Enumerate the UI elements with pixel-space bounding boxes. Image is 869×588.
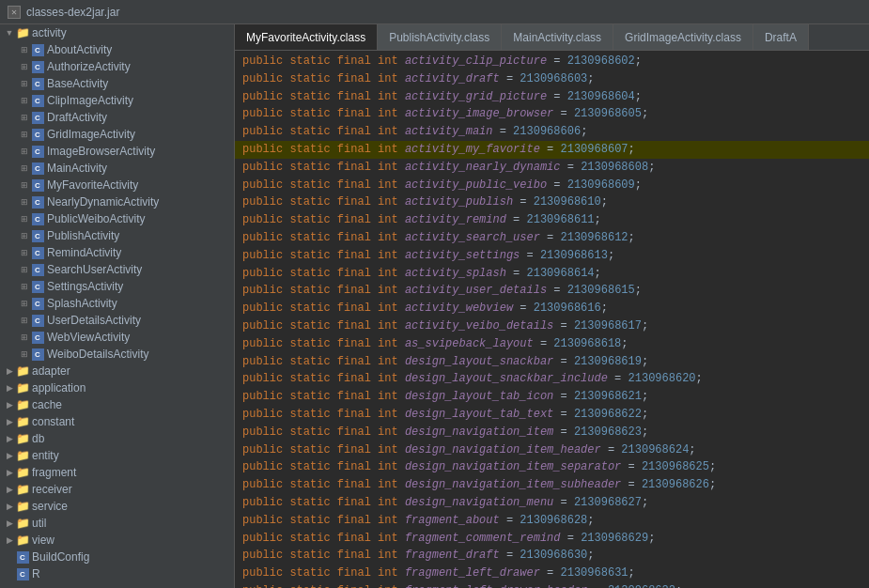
tree-label: AuthorizeActivity	[47, 60, 131, 73]
tree-label: WeiboDetailsActivity	[47, 348, 148, 361]
code-line: public static final int activity_public_…	[235, 177, 869, 194]
tab-bar: MyFavoriteActivity.class PublishActivity…	[235, 24, 869, 51]
expand-icon: ⊞	[19, 298, 30, 309]
class-icon: C	[30, 59, 45, 74]
tree-item-searchuseractivity[interactable]: ⊞ C SearchUserActivity	[0, 261, 234, 278]
tree-label: service	[32, 500, 68, 513]
class-icon: C	[30, 76, 45, 91]
tree-item-userdetailsactivity[interactable]: ⊞ C UserDetailsActivity	[0, 312, 234, 329]
tab-myfavorite[interactable]: MyFavoriteActivity.class	[235, 24, 378, 50]
tree-item-db[interactable]: ▶ 📁 db	[0, 430, 234, 447]
tree-label: RemindActivity	[47, 246, 121, 259]
tree-label: adapter	[32, 364, 70, 378]
code-line: public static final int fragment_left_dr…	[235, 582, 869, 588]
code-line: public static final int activity_webview…	[235, 300, 869, 317]
class-icon: C	[30, 211, 45, 226]
expand-icon: ▶	[4, 365, 15, 377]
tree-item-weibodetailsactivity[interactable]: ⊞ C WeiboDetailsActivity	[0, 346, 234, 363]
tree-item-activity[interactable]: ▼ 📁 activity	[0, 24, 234, 41]
class-icon: C	[30, 178, 45, 193]
tree-item-view[interactable]: ▶ 📁 view	[0, 532, 234, 549]
folder-icon: 📁	[15, 482, 30, 497]
tree-label: util	[32, 517, 46, 530]
code-line: public static final int activity_user_de…	[235, 282, 869, 300]
tree-label: MyFavoriteActivity	[47, 178, 138, 192]
tree-item-myfavoriteactivity[interactable]: ⊞ C MyFavoriteActivity	[0, 177, 234, 193]
tree-label: fragment	[32, 466, 76, 479]
tree-label: db	[32, 432, 44, 445]
expand-icon: ⊞	[19, 213, 30, 224]
tree-item-baseactivity[interactable]: ⊞ C BaseActivity	[0, 75, 234, 92]
folder-icon: 📁	[15, 533, 30, 548]
tree-item-application[interactable]: ▶ 📁 application	[0, 379, 234, 396]
tree-item-service[interactable]: ▶ 📁 service	[0, 498, 234, 515]
expand-icon: ▶	[4, 399, 15, 410]
expand-icon: ⊞	[19, 95, 30, 106]
tab-publish[interactable]: PublishActivity.class	[378, 24, 502, 50]
tree-label: SearchUserActivity	[47, 263, 142, 276]
tree-item-clipimageactivity[interactable]: ⊞ C ClipImageActivity	[0, 92, 234, 109]
code-line: public static final int activity_search_…	[235, 229, 869, 247]
tree-item-fragment[interactable]: ▶ 📁 fragment	[0, 464, 234, 481]
folder-icon: 📁	[15, 25, 30, 40]
tree-item-constant[interactable]: ▶ 📁 constant	[0, 413, 234, 430]
tree-item-aboutactivity[interactable]: ⊞ C AboutActivity	[0, 41, 234, 58]
tree-item-authorizeactivity[interactable]: ⊞ C AuthorizeActivity	[0, 58, 234, 75]
class-icon: C	[30, 228, 45, 243]
tree-item-r[interactable]: C R	[0, 565, 234, 582]
expand-icon: ⊞	[19, 129, 30, 140]
tree-label: constant	[32, 415, 74, 428]
expand-icon: ⊞	[19, 179, 30, 191]
tree-label: cache	[32, 398, 62, 411]
tree-item-adapter[interactable]: ▶ 📁 adapter	[0, 363, 234, 379]
tab-main[interactable]: MainActivity.class	[502, 24, 613, 50]
tree-label: PublicWeiboActivity	[47, 212, 145, 225]
expand-icon: ▶	[4, 534, 15, 546]
code-line: public static final int as_svipeback_lay…	[235, 335, 869, 353]
tree-label: SettingsActivity	[47, 280, 123, 293]
folder-icon: 📁	[15, 465, 30, 480]
expand-icon: ⊞	[19, 196, 30, 208]
expand-icon: ⊞	[19, 315, 30, 326]
code-line: public static final int fragment_about =…	[235, 512, 869, 530]
tree-item-mainactivity[interactable]: ⊞ C MainActivity	[0, 160, 234, 177]
tree-label: PublishActivity	[47, 229, 119, 242]
expand-icon	[4, 568, 15, 580]
tree-label: ImageBrowserActivity	[47, 145, 155, 158]
code-line: public static final int activity_image_b…	[235, 105, 869, 123]
code-line: public static final int design_navigatio…	[235, 494, 869, 512]
tree-item-publicweiboactivity[interactable]: ⊞ C PublicWeiboActivity	[0, 210, 234, 227]
code-line: public static final int design_navigatio…	[235, 441, 869, 459]
tree-item-receiver[interactable]: ▶ 📁 receiver	[0, 481, 234, 498]
code-line: public static final int design_layout_sn…	[235, 353, 869, 371]
tab-gridimage[interactable]: GridImageActivity.class	[613, 24, 753, 50]
tree-item-webviewactivity[interactable]: ⊞ C WebViewActivity	[0, 329, 234, 346]
tab-draft[interactable]: DraftA	[753, 24, 809, 50]
tree-label: GridImageActivity	[47, 128, 135, 141]
tree-item-publishactivity[interactable]: ⊞ C PublishActivity	[0, 227, 234, 244]
expand-icon: ⊞	[19, 264, 30, 275]
tree-label: receiver	[32, 483, 72, 496]
tree-item-imagebrowseractivity[interactable]: ⊞ C ImageBrowserActivity	[0, 143, 234, 160]
tree-label: ClipImageActivity	[47, 94, 133, 107]
expand-icon	[4, 551, 15, 563]
tree-item-util[interactable]: ▶ 📁 util	[0, 515, 234, 532]
close-button[interactable]: ✕	[8, 6, 21, 19]
tree-item-gridimageactivity[interactable]: ⊞ C GridImageActivity	[0, 126, 234, 143]
class-icon: C	[30, 110, 45, 125]
tree-item-settingsactivity[interactable]: ⊞ C SettingsActivity	[0, 278, 234, 295]
tree-item-remindactivity[interactable]: ⊞ C RemindActivity	[0, 244, 234, 261]
folder-icon: 📁	[15, 414, 30, 429]
tree-panel[interactable]: ▼ 📁 activity ⊞ C AboutActivity ⊞ C Autho…	[0, 24, 235, 588]
code-content[interactable]: public static final int activity_clip_pi…	[235, 51, 869, 588]
code-line: public static final int activity_draft =…	[235, 70, 869, 88]
tree-item-buildconfig[interactable]: C BuildConfig	[0, 549, 234, 565]
tree-item-entity[interactable]: ▶ 📁 entity	[0, 447, 234, 464]
tree-item-cache[interactable]: ▶ 📁 cache	[0, 396, 234, 413]
tree-item-nearlydynamicactivity[interactable]: ⊞ C NearlyDynamicActivity	[0, 193, 234, 210]
folder-icon: 📁	[15, 431, 30, 446]
tree-item-splashactivity[interactable]: ⊞ C SplashActivity	[0, 295, 234, 312]
expand-icon: ⊞	[19, 44, 30, 55]
class-icon: C	[30, 347, 45, 362]
tree-item-draftactivity[interactable]: ⊞ C DraftActivity	[0, 109, 234, 126]
